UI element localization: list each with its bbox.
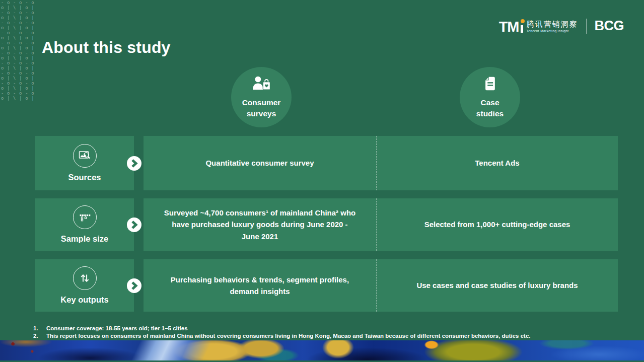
tmi-english-name: Tencent Marketing Insight [527,29,578,33]
up-down-arrows-icon [73,266,97,290]
row-panel-sample-size: Surveyed ~4,700 consumers¹ of mainland C… [144,198,618,251]
logo-divider [586,19,587,34]
hierarchy-squares-icon [73,205,97,229]
footnote-2: 2. This report focuses on consumers of m… [33,332,617,340]
footnote-text: This report focuses on consumers of main… [46,332,530,340]
sources-consumer-cell: Quantitative consumer survey [144,136,376,190]
footnote-number: 1. [33,325,40,332]
case-studies-circle: Case studies [460,67,520,127]
sample-size-label: Sample size [61,234,108,244]
row-panel-key-outputs: Purchasing behaviors & trends, segment p… [144,259,618,312]
tmi-chinese-name: 腾讯营销洞察 [527,20,578,29]
footnote-1: 1. Consumer coverage: 18-55 years old; t… [33,325,617,332]
sample-size-arrow-button[interactable] [127,218,141,232]
sample-size-case-cell: Selected from 1,000+ cutting-edge cases [376,198,618,251]
tmi-logo: TM 腾讯营销洞察 Tencent Marketing Insight [499,19,578,34]
chart-magnifier-icon [73,144,97,168]
consumer-surveys-circle: Consumer surveys [231,67,292,127]
page-title: About this study [42,38,171,57]
chevron-right-icon [127,156,141,171]
sources-arrow-button[interactable] [127,156,141,171]
tmi-i-stem [521,25,523,33]
row-card-key-outputs: Key outputs [35,259,134,312]
tmi-wordmark: 腾讯营销洞察 Tencent Marketing Insight [527,20,578,33]
document-icon [481,75,498,94]
footnotes: 1. Consumer coverage: 18-55 years old; t… [33,325,617,339]
tmi-letters: TM [499,20,519,34]
key-outputs-label: Key outputs [60,295,108,305]
consumer-surveys-label: Consumer surveys [238,97,284,120]
marble-texture-strip [0,340,644,360]
row-panel-sources: Quantitative consumer survey Tencent Ads [144,136,618,190]
ascii-dot-pattern: - o - o - o o | \ | o | - o - o - o o | … [1,0,32,102]
tmi-mark-icon: TM [499,19,523,34]
case-studies-label: Case studies [467,97,513,120]
key-outputs-arrow-button[interactable] [127,278,141,293]
footnote-number: 2. [33,332,40,340]
footnote-text: Consumer coverage: 18-55 years old; tier… [46,325,188,332]
slide: - o - o - o o | \ | o | - o - o - o o | … [0,0,644,362]
row-card-sample-size: Sample size [35,198,134,251]
chevron-right-icon [127,218,141,232]
sources-label: Sources [68,173,101,182]
tmi-orange-dot-icon [521,19,525,23]
shopper-icon [251,75,272,94]
key-outputs-case-cell: Use cases and case studies of luxury bra… [376,259,618,312]
sample-size-consumer-cell: Surveyed ~4,700 consumers¹ of mainland C… [144,198,376,251]
chevron-right-icon [127,278,141,293]
bcg-logo: BCG [595,18,624,34]
key-outputs-consumer-cell: Purchasing behaviors & trends, segment p… [144,259,376,312]
logo-bar: TM 腾讯营销洞察 Tencent Marketing Insight BCG [499,18,624,34]
sources-case-cell: Tencent Ads [376,136,618,190]
row-card-sources: Sources [35,136,134,190]
